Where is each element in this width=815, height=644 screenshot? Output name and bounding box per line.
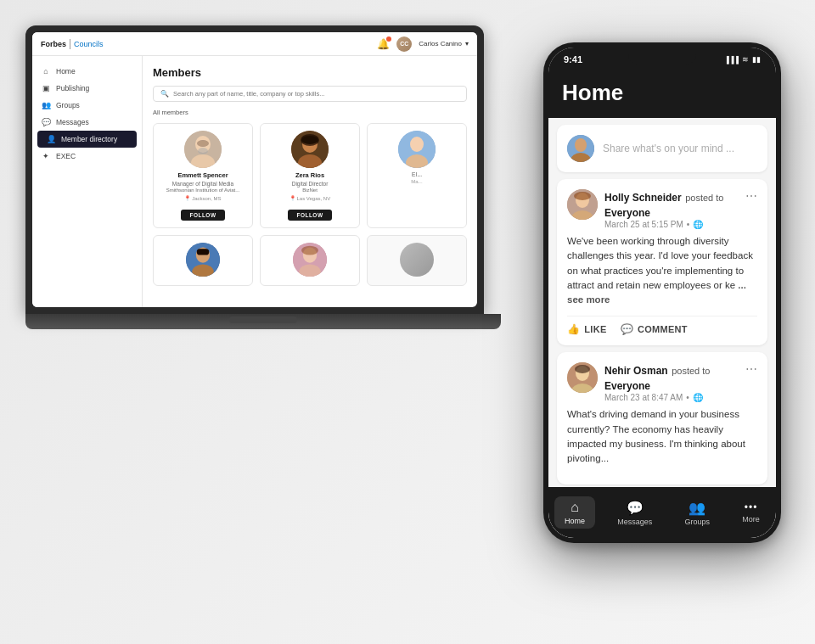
member-location-0: 📍 Jackson, MS	[159, 195, 247, 201]
home-icon: ⌂	[41, 67, 51, 76]
laptop-device: Forbes Councils 🔔 CC Carlos Canino ▾ ⌂ H	[25, 25, 501, 348]
member-title-0: Manager of Digital Media	[159, 181, 247, 187]
svg-point-10	[301, 134, 319, 146]
svg-point-32	[575, 365, 590, 373]
svg-point-21	[301, 246, 318, 255]
location-pin-icon-2: 📍	[289, 196, 295, 201]
nav-groups-label: Groups	[685, 518, 711, 526]
phone-device: 9:41 ▐▐▐ ≋ ▮▮ Home	[543, 42, 781, 543]
member-company-1: BizNet	[266, 188, 354, 193]
forbes-logo: Forbes Councils	[41, 39, 104, 49]
nav-more-icon: •••	[745, 501, 758, 513]
search-bar[interactable]: 🔍	[153, 86, 467, 102]
post-header-nehir: Nehir Osman posted to Everyone March 23 …	[567, 362, 757, 402]
post-author-info-nehir: Nehir Osman posted to Everyone March 23 …	[567, 362, 745, 402]
post-meta-nehir: Nehir Osman posted to Everyone March 23 …	[604, 362, 745, 402]
member-company-0: Smithsonian Institution of Aviat...	[159, 188, 247, 193]
member-card-zera: Zera Rios Digital Director BizNet 📍 Las …	[260, 123, 360, 228]
status-icons: ▐▐▐ ≋ ▮▮	[724, 55, 761, 64]
phone-navbar: ⌂ Home 💬 Messages 👥 Groups ••• More	[548, 487, 776, 538]
messages-icon: 💬	[41, 118, 51, 126]
nav-groups-icon: 👥	[689, 500, 705, 516]
sidebar-item-exec[interactable]: ✦ EXEC	[32, 148, 142, 165]
search-input[interactable]	[173, 90, 459, 98]
nav-item-messages[interactable]: 💬 Messages	[607, 496, 662, 529]
like-icon: 👍	[567, 323, 580, 335]
nav-item-home[interactable]: ⌂ Home	[554, 496, 595, 529]
user-name[interactable]: Carlos Canino ▾	[419, 40, 469, 48]
member-title-1: Digital Director	[266, 181, 354, 187]
more-options-button-holly[interactable]: ⋯	[745, 189, 757, 203]
nav-messages-label: Messages	[617, 518, 652, 526]
laptop-sidebar: ⌂ Home ▣ Publishing 👥 Groups 💬 Messages	[32, 56, 143, 307]
phone-screen: 9:41 ▐▐▐ ≋ ▮▮ Home	[548, 48, 776, 538]
nav-item-more[interactable]: ••• More	[732, 498, 770, 527]
phone-notch	[628, 48, 696, 64]
globe-icon-nehir: 🌐	[693, 393, 703, 402]
like-button-holly[interactable]: 👍 LIKE	[567, 323, 607, 335]
post-header-holly: Holly Schneider posted to Everyone March…	[567, 189, 757, 229]
member-directory-icon: 👤	[46, 135, 56, 143]
member-avatar-partial	[398, 131, 436, 168]
comment-icon: 💬	[621, 323, 633, 335]
members-grid-row2	[153, 235, 467, 286]
nav-home-label: Home	[565, 517, 585, 525]
svg-point-23	[575, 138, 587, 152]
post-author-name-nehir: Nehir Osman posted to Everyone	[604, 362, 745, 393]
post-body-holly: We've been working through diversity cha…	[567, 234, 757, 307]
more-options-button-nehir[interactable]: ⋯	[745, 362, 757, 376]
post-meta-holly: Holly Schneider posted to Everyone March…	[604, 189, 745, 229]
member-name-1: Zera Rios	[266, 171, 354, 179]
notification-icon[interactable]: 🔔	[377, 38, 390, 50]
sidebar-item-home[interactable]: ⌂ Home	[32, 63, 142, 80]
status-time: 9:41	[564, 54, 582, 64]
svg-rect-17	[197, 249, 210, 255]
comment-button-holly[interactable]: 💬 COMMENT	[621, 323, 688, 335]
post-timestamp-holly: March 25 at 5:15 PM • 🌐	[604, 220, 745, 229]
phone-header: Home	[548, 71, 776, 118]
wifi-icon: ≋	[742, 55, 749, 64]
phone-content[interactable]: Share what's on your mind ...	[548, 118, 776, 487]
svg-point-5	[198, 148, 208, 154]
groups-icon: 👥	[41, 101, 51, 109]
follow-button-0[interactable]: FOLLOW	[181, 210, 224, 221]
post-avatar-nehir	[567, 362, 598, 393]
sidebar-item-groups[interactable]: 👥 Groups	[32, 97, 142, 114]
compose-placeholder[interactable]: Share what's on your mind ...	[603, 143, 734, 154]
post-body-nehir: What's driving demand in your business c…	[567, 407, 757, 466]
sidebar-item-member-directory[interactable]: 👤 Member directory	[37, 131, 137, 148]
svg-point-28	[574, 192, 591, 200]
compose-user-avatar	[567, 135, 594, 162]
all-members-label: All members	[153, 109, 467, 116]
member-card-row2-2	[260, 235, 360, 286]
nav-home-icon: ⌂	[570, 500, 579, 515]
feed-post-nehir: Nehir Osman posted to Everyone March 23 …	[557, 352, 767, 484]
member-card-partial: El... Ma...	[367, 123, 467, 228]
laptop-topbar: Forbes Councils 🔔 CC Carlos Canino ▾	[32, 32, 477, 56]
member-avatar-row2-2	[293, 243, 327, 277]
laptop-base	[25, 314, 501, 329]
phone-page-title: Home	[562, 80, 762, 106]
post-timestamp-nehir: March 23 at 8:47 AM • 🌐	[604, 393, 745, 402]
svg-rect-4	[198, 141, 208, 146]
signal-icon: ▐▐▐	[724, 56, 739, 64]
nav-messages-icon: 💬	[627, 500, 644, 516]
publishing-icon: ▣	[41, 84, 51, 92]
sidebar-item-messages[interactable]: 💬 Messages	[32, 114, 142, 131]
phone-body: 9:41 ▐▐▐ ≋ ▮▮ Home	[543, 42, 781, 543]
sidebar-item-publishing[interactable]: ▣ Publishing	[32, 80, 142, 97]
compose-bar[interactable]: Share what's on your mind ...	[557, 125, 767, 172]
exec-icon: ✦	[41, 152, 51, 160]
follow-button-1[interactable]: FOLLOW	[288, 210, 331, 221]
location-pin-icon: 📍	[184, 196, 190, 201]
member-avatar-emmett	[184, 131, 222, 168]
member-avatar-row2-1	[186, 243, 220, 277]
member-card-row2-1	[153, 235, 253, 286]
laptop-content-area: Members 🔍 All members	[143, 56, 477, 307]
battery-icon: ▮▮	[752, 55, 761, 64]
member-location-1: 📍 Las Vegas, NV	[266, 195, 354, 201]
laptop-screen: Forbes Councils 🔔 CC Carlos Canino ▾ ⌂ H	[25, 25, 484, 314]
nav-item-groups[interactable]: 👥 Groups	[675, 496, 721, 529]
member-avatar-zera	[291, 131, 329, 168]
search-icon: 🔍	[160, 90, 169, 98]
